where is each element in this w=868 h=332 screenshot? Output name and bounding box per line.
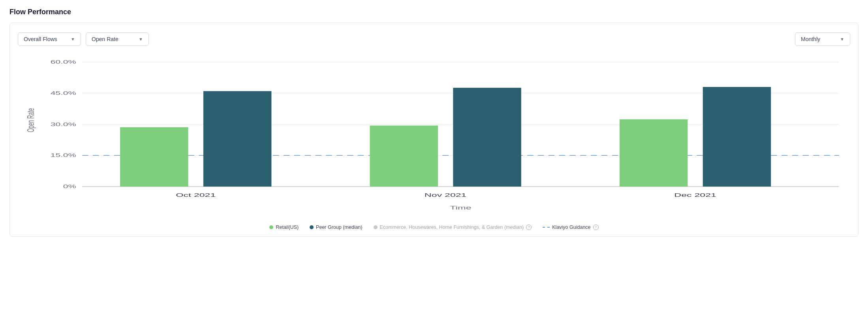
chevron-down-icon: ▼ — [71, 37, 75, 42]
controls-left: Overall Flows ▼ Open Rate ▼ — [18, 32, 149, 46]
legend: Retail(US) Peer Group (median) Ecommerce… — [18, 224, 850, 230]
legend-ecommerce: Ecommerce, Housewares, Home Furnishings,… — [374, 224, 532, 230]
open-rate-label: Open Rate — [92, 36, 118, 42]
svg-text:15.0%: 15.0% — [51, 153, 76, 158]
monthly-dropdown[interactable]: Monthly ▼ — [795, 32, 850, 46]
chevron-down-icon-2: ▼ — [139, 37, 143, 42]
page-title: Flow Performance — [9, 8, 859, 16]
svg-text:Open Rate: Open Rate — [26, 108, 36, 132]
overall-flows-label: Overall Flows — [24, 36, 57, 42]
svg-text:Time: Time — [450, 205, 471, 211]
klaviyo-label: Klaviyo Guidance — [552, 224, 590, 230]
bar-oct-retail — [120, 127, 188, 187]
klaviyo-dash — [543, 227, 550, 228]
ecommerce-label: Ecommerce, Housewares, Home Furnishings,… — [380, 224, 524, 230]
open-rate-dropdown[interactable]: Open Rate ▼ — [86, 32, 149, 46]
bar-nov-retail — [370, 126, 438, 187]
chevron-down-icon-3: ▼ — [840, 37, 844, 42]
peer-dot — [310, 225, 314, 229]
svg-text:60.0%: 60.0% — [51, 59, 76, 65]
svg-text:Nov 2021: Nov 2021 — [425, 192, 467, 198]
bar-oct-peer — [203, 91, 271, 187]
svg-text:30.0%: 30.0% — [51, 121, 76, 127]
controls-row: Overall Flows ▼ Open Rate ▼ Monthly ▼ — [18, 32, 850, 46]
svg-text:Dec 2021: Dec 2021 — [674, 192, 716, 198]
retail-label: Retail(US) — [276, 224, 299, 230]
peer-label: Peer Group (median) — [316, 224, 362, 230]
bar-dec-retail — [620, 119, 688, 187]
monthly-label: Monthly — [801, 36, 820, 42]
retail-dot — [269, 225, 273, 229]
legend-peer: Peer Group (median) — [310, 224, 362, 230]
overall-flows-dropdown[interactable]: Overall Flows ▼ — [18, 32, 81, 46]
bar-dec-peer — [703, 87, 771, 187]
help-icon-ecommerce[interactable]: ? — [526, 224, 532, 230]
chart-svg: 60.0% 45.0% 30.0% 15.0% 0% Open Rate — [22, 54, 854, 220]
bar-nov-peer — [453, 88, 521, 187]
legend-klaviyo: Klaviyo Guidance ? — [543, 224, 598, 230]
legend-retail: Retail(US) — [269, 224, 299, 230]
ecommerce-dot — [374, 225, 378, 229]
help-icon-klaviyo[interactable]: ? — [593, 224, 599, 230]
svg-text:45.0%: 45.0% — [51, 90, 76, 96]
chart-area: 60.0% 45.0% 30.0% 15.0% 0% Open Rate — [22, 54, 854, 220]
svg-text:0%: 0% — [63, 184, 76, 189]
svg-text:Oct 2021: Oct 2021 — [176, 192, 216, 198]
chart-container: Overall Flows ▼ Open Rate ▼ Monthly ▼ 6 — [9, 23, 859, 237]
